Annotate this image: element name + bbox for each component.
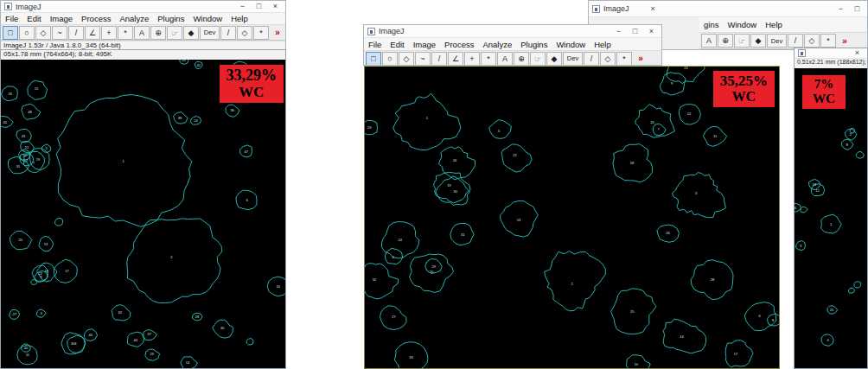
svg-text:23: 23 <box>367 125 372 130</box>
menu-window[interactable]: Window <box>188 13 227 24</box>
menu-file[interactable]: File <box>1 13 22 24</box>
freehand-tool-button[interactable]: ~ <box>415 52 431 66</box>
minimize-button[interactable]: − <box>236 3 249 10</box>
dropper-tool-button[interactable]: ◆ <box>183 26 199 40</box>
rectangle-tool-button[interactable]: □ <box>3 26 18 40</box>
wand-tool-icon: * <box>487 54 490 63</box>
menu-edit[interactable]: Edit <box>22 13 45 24</box>
svg-text:25: 25 <box>182 60 186 62</box>
image-canvas-middle[interactable]: 1234567891011121314151617181920212223242… <box>365 67 779 368</box>
menu-help[interactable]: Help <box>590 39 616 50</box>
macro-tool-3-button[interactable]: * <box>820 34 836 48</box>
menu-analyze[interactable]: Analyze <box>478 39 516 50</box>
angle-tool-button[interactable]: ∠ <box>448 52 463 66</box>
macro-tool-1-button[interactable]: / <box>788 34 803 48</box>
macro-tool-2-button[interactable]: ◇ <box>804 34 820 48</box>
close-button[interactable]: × <box>645 28 658 35</box>
polygon-tool-button[interactable]: ◇ <box>35 26 51 40</box>
svg-text:31: 31 <box>461 232 465 237</box>
svg-text:25: 25 <box>650 120 654 124</box>
hand-tool-button[interactable]: ☞ <box>167 26 182 40</box>
imagej-window-left: ImageJ − □ × FileEditImageProcessAnalyze… <box>0 0 286 50</box>
rectangle-tool-button[interactable]: □ <box>366 52 381 66</box>
text-tool-button[interactable]: A <box>497 52 513 66</box>
svg-text:3: 3 <box>40 311 42 315</box>
polygon-tool-button[interactable]: ◇ <box>399 52 414 66</box>
menu-gins[interactable]: gins <box>699 19 723 30</box>
menu-window[interactable]: Window <box>552 39 590 50</box>
oval-tool-button[interactable]: ○ <box>19 26 35 40</box>
zoom-tool-button[interactable]: ⊕ <box>514 52 529 66</box>
menu-plugins[interactable]: Plugins <box>516 39 552 50</box>
more-tools-button[interactable]: » <box>837 34 852 48</box>
macro-tool-2-icon: ◇ <box>605 54 611 63</box>
macro-tool-3-button[interactable]: * <box>616 52 632 66</box>
menu-analyze[interactable]: Analyze <box>115 13 153 24</box>
imagej-app-icon <box>798 49 806 57</box>
maximize-button[interactable]: □ <box>629 28 641 35</box>
menu-plugins[interactable]: Plugins <box>153 13 188 24</box>
oval-tool-button[interactable]: ○ <box>382 52 398 66</box>
dropper-tool-button[interactable]: ◆ <box>750 34 766 48</box>
zoom-tool-button[interactable]: ⊕ <box>150 26 166 40</box>
close-button[interactable]: × <box>647 5 660 13</box>
image-canvas-left[interactable]: 1234567910111213141516171819202122232425… <box>1 60 285 368</box>
svg-text:15: 15 <box>630 309 635 314</box>
menu-help[interactable]: Help <box>227 13 252 24</box>
minimize-button[interactable]: − <box>612 28 625 35</box>
minimize-button[interactable]: − <box>834 5 847 13</box>
title-bar: ImageJ − □ × <box>364 25 661 38</box>
menu-image[interactable]: Image <box>409 39 440 50</box>
macro-tool-3-button[interactable]: * <box>253 26 269 40</box>
dev-tool-button[interactable]: Dev <box>767 34 787 48</box>
zoom-tool-button[interactable]: ⊕ <box>718 34 733 48</box>
svg-text:19: 19 <box>447 183 451 188</box>
title-bar: ImageJ × − □ <box>589 1 867 17</box>
wand-tool-button[interactable]: * <box>481 52 496 66</box>
svg-text:14: 14 <box>680 334 684 339</box>
svg-text:8: 8 <box>772 318 775 322</box>
macro-tool-2-button[interactable]: ◇ <box>600 52 616 66</box>
maximize-button[interactable]: □ <box>851 5 864 13</box>
image-canvas-right[interactable]: 12346811121315 7% WC <box>795 68 867 368</box>
dev-tool-button[interactable]: Dev <box>563 52 583 66</box>
macro-tool-1-button[interactable]: / <box>584 52 599 66</box>
macro-tool-1-button[interactable]: / <box>220 26 236 40</box>
close-button[interactable]: × <box>269 3 282 10</box>
point-tool-button[interactable]: + <box>101 26 117 40</box>
svg-text:35: 35 <box>220 326 225 330</box>
point-tool-button[interactable]: + <box>464 52 480 66</box>
svg-text:43: 43 <box>22 134 26 138</box>
dropper-tool-button[interactable]: ◆ <box>546 52 562 66</box>
svg-text:24: 24 <box>399 238 403 242</box>
macro-tool-2-button[interactable]: ◇ <box>237 26 252 40</box>
more-tools-button[interactable]: » <box>270 26 285 40</box>
line-tool-button[interactable]: / <box>431 52 447 66</box>
hand-tool-button[interactable]: ☞ <box>734 34 750 48</box>
dev-tool-button[interactable]: Dev <box>200 26 220 40</box>
menu-process[interactable]: Process <box>77 13 115 24</box>
freehand-tool-button[interactable]: ~ <box>52 26 67 40</box>
svg-text:20: 20 <box>19 238 23 242</box>
text-tool-button[interactable]: A <box>134 26 150 40</box>
tool-bar: □○◇~/∠+*A⊕☞◆Dev/◇*» <box>364 50 661 66</box>
more-tools-button[interactable]: » <box>633 52 648 66</box>
menu-file[interactable]: File <box>364 39 386 50</box>
svg-text:41: 41 <box>197 63 201 67</box>
tool-bar: A⊕☞◆Dev/◇*» <box>699 32 866 49</box>
menu-help[interactable]: Help <box>761 19 787 30</box>
menu-image[interactable]: Image <box>46 13 77 24</box>
imagej-app-icon <box>367 28 375 35</box>
svg-text:7: 7 <box>657 127 660 131</box>
hand-tool-button[interactable]: ☞ <box>530 52 546 66</box>
menu-process[interactable]: Process <box>440 39 478 50</box>
menu-edit[interactable]: Edit <box>386 39 408 50</box>
macro-tool-1-icon: / <box>795 36 797 45</box>
close-button[interactable]: × <box>851 49 864 57</box>
angle-tool-button[interactable]: ∠ <box>85 26 100 40</box>
maximize-button[interactable]: □ <box>252 3 265 10</box>
menu-window[interactable]: Window <box>723 19 761 30</box>
wand-tool-button[interactable]: * <box>118 26 133 40</box>
text-tool-button[interactable]: A <box>701 34 717 48</box>
line-tool-button[interactable]: / <box>68 26 84 40</box>
